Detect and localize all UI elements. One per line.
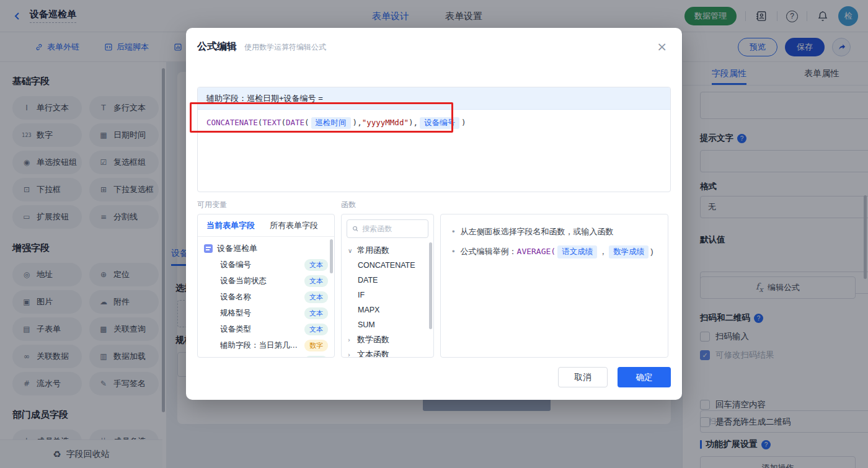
function-search: [347, 219, 428, 238]
dialog-subtitle: 使用数学运算符编辑公式: [244, 42, 326, 53]
type-badge: 文本: [304, 275, 328, 287]
func-item-date[interactable]: DATE: [342, 273, 433, 288]
dialog-title: 公式编辑: [197, 40, 237, 53]
functions-panel: ∨常用函数 CONCATENATE DATE IF MAPX SUM ›数学函数…: [341, 214, 434, 358]
type-badge: 数字: [304, 340, 328, 351]
chevron-down-icon: ∨: [348, 247, 354, 254]
example-chip: 语文成绩: [557, 245, 597, 258]
formula-edit-dialog: 公式编辑 使用数学运算符编辑公式 × 辅助字段：巡检日期+设备编号 = CONC…: [186, 28, 682, 400]
formula-editor[interactable]: 辅助字段：巡检日期+设备编号 = CONCATENATE(TEXT(DATE(巡…: [197, 87, 671, 192]
tab-current-form-fields[interactable]: 当前表单字段: [206, 220, 255, 231]
variables-tabs: 当前表单字段 所有表单字段: [198, 214, 334, 237]
variable-row[interactable]: 规格型号文本: [204, 305, 328, 321]
bullet: •: [452, 226, 455, 237]
chevron-right-icon: ›: [348, 337, 354, 343]
variables-label: 可用变量: [197, 200, 227, 210]
functions-label: 函数: [341, 200, 356, 210]
variable-row[interactable]: 设备编号文本: [204, 257, 328, 273]
formula-expression[interactable]: CONCATENATE(TEXT(DATE(巡检时间),"yyyyMMdd"),…: [198, 110, 670, 136]
function-search-input[interactable]: [362, 224, 423, 233]
tips-panel: • 从左侧面板选择字段名和函数，或输入函数 • 公式编辑举例：AVERAGE(语…: [440, 214, 668, 358]
type-badge: 文本: [304, 291, 328, 303]
dialog-footer: 取消 确定: [558, 367, 671, 387]
dialog-header: 公式编辑 使用数学运算符编辑公式: [186, 28, 682, 53]
confirm-button[interactable]: 确定: [618, 367, 671, 387]
variable-row[interactable]: 设备类型文本: [204, 321, 328, 337]
form-doc-icon: [204, 244, 213, 253]
tip-item: • 从左侧面板选择字段名和函数，或输入函数: [452, 226, 657, 237]
variable-row[interactable]: 辅助字段：当日第几次...数字: [204, 337, 328, 353]
variables-panel: 当前表单字段 所有表单字段 设备巡检单 设备编号文本 设备当前状态文本 设备名称…: [197, 214, 335, 358]
tree-root-form[interactable]: 设备巡检单: [204, 241, 328, 257]
close-icon[interactable]: ×: [657, 39, 667, 54]
field-chip-device-number[interactable]: 设备编号: [420, 117, 459, 129]
func-item-mapx[interactable]: MAPX: [342, 302, 433, 317]
type-badge: 文本: [304, 259, 328, 271]
field-chip-inspection-time[interactable]: 巡检时间: [311, 117, 351, 129]
cancel-button[interactable]: 取消: [558, 367, 608, 387]
func-item-if[interactable]: IF: [342, 288, 433, 302]
variables-scrollbar[interactable]: [330, 239, 333, 273]
type-badge: 文本: [304, 307, 328, 319]
chevron-right-icon: ›: [348, 351, 354, 358]
tip-item: • 公式编辑举例：AVERAGE(语文成绩，数学成绩): [452, 245, 657, 258]
example-chip: 数学成绩: [609, 245, 649, 258]
formula-target-label: 辅助字段：巡检日期+设备编号 =: [198, 87, 670, 110]
func-item-concatenate[interactable]: CONCATENATE: [342, 258, 433, 273]
type-badge: 文本: [304, 356, 328, 358]
bullet: •: [452, 245, 455, 258]
variables-tree: 设备巡检单 设备编号文本 设备当前状态文本 设备名称文本 规格型号文本 设备类型…: [198, 237, 334, 358]
type-badge: 文本: [304, 324, 328, 335]
func-group-common[interactable]: ∨常用函数: [342, 243, 433, 258]
search-icon: [352, 225, 358, 232]
tab-all-form-fields[interactable]: 所有表单字段: [270, 220, 318, 231]
app: 设备巡检单 表单设计 表单设置 数据管理 ? 检 表单外链 后端脚本: [0, 0, 868, 468]
func-item-sum[interactable]: SUM: [342, 317, 433, 332]
variable-row[interactable]: 巡检时间文本: [204, 353, 328, 358]
func-group-math[interactable]: ›数学函数: [342, 332, 433, 347]
variable-row[interactable]: 设备名称文本: [204, 289, 328, 305]
functions-scrollbar[interactable]: [429, 242, 432, 329]
variable-row[interactable]: 设备当前状态文本: [204, 273, 328, 289]
func-group-text[interactable]: ›文本函数: [342, 347, 433, 358]
